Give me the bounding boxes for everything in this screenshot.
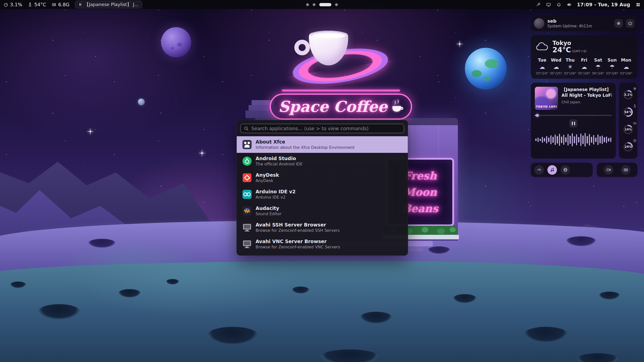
- app-grid-icon[interactable]: [636, 2, 640, 7]
- forecast-day: Sat ☂ 36°/26°: [591, 58, 605, 75]
- album-art: TOKYO LOFI: [535, 87, 558, 110]
- weather-city: Tokyo: [552, 40, 587, 46]
- result-row-avahi-vnc[interactable]: Avahi VNC Server Browser Browse for Zero…: [237, 236, 408, 252]
- result-desc: Information about the Xfce Desktop Envir…: [256, 145, 355, 150]
- waveform-bar: [597, 134, 599, 145]
- small-moon: [138, 99, 145, 105]
- now-playing-text: 【Japanese Playlist】 J...: [84, 2, 139, 8]
- result-row-audacity[interactable]: Audacity Sound Editor: [237, 203, 408, 219]
- pause-button[interactable]: [569, 119, 577, 127]
- workspace-dot-active[interactable]: [319, 3, 331, 6]
- video-camera-icon: [606, 167, 611, 172]
- capture-card: [597, 163, 637, 177]
- cpu-gauge: 3.1%: [621, 88, 635, 102]
- result-row-android-studio[interactable]: Android Studio The official Android IDE: [237, 153, 408, 169]
- purple-planet: [161, 27, 191, 57]
- workspace-dot[interactable]: [306, 3, 309, 6]
- disk-gauge: 24%: [621, 140, 635, 154]
- audacity-icon: [242, 206, 252, 216]
- clock[interactable]: 17:09 - Tue, 19 Aug: [577, 2, 630, 7]
- crater: [118, 289, 141, 298]
- memory-value: 6.8G: [58, 2, 69, 7]
- bell-icon[interactable]: [556, 2, 561, 7]
- music-progress-handle[interactable]: [536, 114, 539, 117]
- waveform-bar: [606, 137, 607, 143]
- forecast-day: Thu ☀ 33°/26°: [563, 58, 577, 75]
- now-playing-chip[interactable]: 【Japanese Playlist】 J...: [75, 1, 142, 8]
- avatar[interactable]: [534, 18, 544, 29]
- search-input[interactable]: [251, 126, 401, 131]
- weather-glyph-icon: ☂: [595, 64, 601, 70]
- power-button[interactable]: [626, 19, 634, 28]
- cloud-icon: [535, 42, 549, 52]
- result-desc: AnyDesk: [256, 178, 279, 183]
- result-row-anydesk[interactable]: AnyDesk AnyDesk: [237, 169, 408, 186]
- result-desc: Arduino IDE v2: [256, 195, 296, 200]
- waveform-bar: [580, 133, 582, 146]
- search-box[interactable]: [240, 124, 404, 133]
- crater: [523, 327, 569, 343]
- waveform-bar: [585, 133, 586, 147]
- weather-glyph-icon: ☁: [581, 64, 587, 70]
- top-panel: 3.1% 54°C 6.8G 【Japanese Playlist】 J...: [0, 0, 644, 9]
- memory-indicator[interactable]: 6.8G: [52, 2, 69, 7]
- window-neon-text: Moon: [403, 184, 437, 200]
- memory-gauge: 14%: [621, 122, 635, 137]
- cpu-value: 3.1%: [10, 2, 22, 7]
- space-coffee-sign: Space Coffee: [270, 94, 412, 120]
- waveform-bar: [559, 134, 560, 146]
- result-desc: The official Android IDE: [256, 162, 303, 167]
- result-row-about-xfce[interactable]: About Xfce Information about the Xfce De…: [237, 136, 408, 153]
- crater: [428, 246, 450, 254]
- waveform-bar: [576, 134, 577, 145]
- waveform-bar: [589, 134, 590, 146]
- result-name: Avahi VNC Server Browser: [256, 239, 340, 245]
- volume-icon[interactable]: [567, 2, 572, 7]
- keyboard-button[interactable]: [621, 165, 630, 175]
- result-desc: Browse for Zeroconf-enabled VNC Servers: [256, 245, 340, 250]
- music-mode-button[interactable]: [547, 165, 557, 175]
- waveform-bar: [582, 135, 584, 144]
- cup-handle: [294, 40, 310, 55]
- weather-glyph-icon: ☁: [539, 64, 545, 70]
- dashboard-button[interactable]: [534, 165, 544, 175]
- forecast-day: Mon ☁ 33°/26°: [619, 58, 633, 75]
- temp-indicator[interactable]: 54°C: [28, 2, 46, 7]
- temp-value: 54°C: [34, 2, 46, 7]
- system-gauges: 3.1% 54°C 14%: [619, 83, 637, 159]
- server-browser-icon: [242, 239, 252, 249]
- cpu-indicator[interactable]: 3.1%: [4, 2, 22, 7]
- weather-glyph-icon: ☀: [568, 64, 573, 70]
- server-browser-icon: [242, 223, 252, 232]
- weather-glyph-icon: ☁: [623, 64, 629, 70]
- browser-button[interactable]: [560, 165, 570, 175]
- screen-record-button[interactable]: [604, 165, 613, 175]
- music-progress-bar[interactable]: [535, 115, 612, 116]
- forecast-row: Tue ☁ 33°/24° Wed ☁ 35°/25° Thu ☀ 33°/26…: [535, 58, 633, 75]
- quick-actions-card: [531, 163, 593, 177]
- waveform-bar: [574, 136, 575, 143]
- waveform-bar: [593, 135, 594, 145]
- forecast-day: Fri ☁ 35°/26°: [577, 58, 591, 75]
- gear-icon: [616, 21, 621, 26]
- crater: [360, 312, 392, 324]
- workspace-dot[interactable]: [335, 3, 338, 6]
- result-name: AnyDesk: [256, 172, 279, 178]
- thermometer-icon: [633, 104, 637, 108]
- tool-icon[interactable]: [536, 2, 541, 7]
- waveform-bar: [542, 137, 543, 143]
- result-row-avahi-ssh[interactable]: Avahi SSH Server Browser Browse for Zero…: [237, 219, 408, 236]
- waveform-bar: [570, 136, 571, 144]
- waveform-bar: [550, 135, 552, 144]
- cup-rim: [310, 31, 347, 39]
- display-icon[interactable]: [546, 2, 551, 7]
- cpu-gauge-icon: [4, 2, 8, 7]
- crater: [88, 239, 116, 248]
- speedometer-icon: [537, 167, 542, 172]
- coffee-cup-icon: [392, 100, 404, 114]
- result-row-arduino[interactable]: Arduino IDE v2 Arduino IDE v2: [237, 186, 408, 203]
- settings-button[interactable]: [614, 19, 623, 28]
- workspace-dot[interactable]: [313, 3, 315, 6]
- temperature-gauge: 54°C: [621, 105, 635, 119]
- anydesk-icon: [242, 173, 252, 183]
